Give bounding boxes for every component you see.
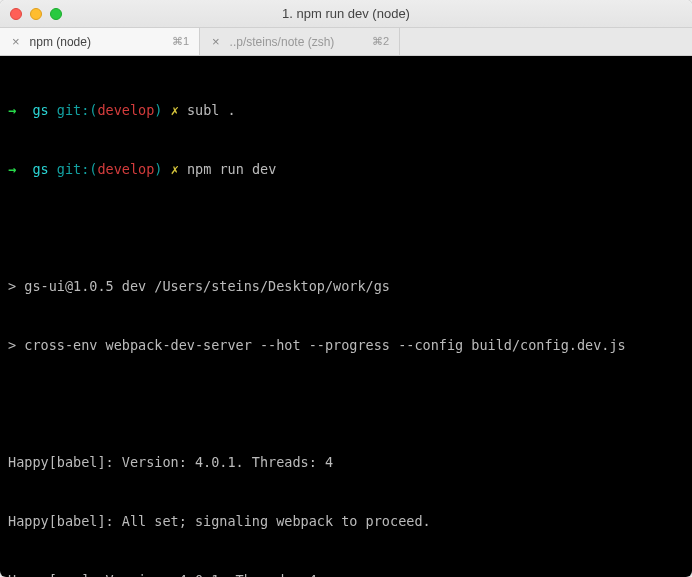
tab-label: ..p/steins/note (zsh) [230, 35, 364, 49]
git-suffix: ) [154, 161, 162, 177]
window-title: 1. npm run dev (node) [0, 6, 692, 21]
command-text: npm run dev [187, 161, 276, 177]
git-prefix: git:( [57, 161, 98, 177]
prompt-line: → gs git:(develop) ✗ npm run dev [8, 160, 684, 180]
terminal-body[interactable]: → gs git:(develop) ✗ subl . → gs git:(de… [0, 56, 692, 577]
minimize-icon[interactable] [30, 8, 42, 20]
prompt-line: → gs git:(develop) ✗ subl . [8, 101, 684, 121]
git-branch: develop [97, 161, 154, 177]
output-line: Happy[vue]: Version: 4.0.1. Threads: 4 [8, 571, 684, 577]
zoom-icon[interactable] [50, 8, 62, 20]
prompt-user: gs [32, 102, 48, 118]
output-line: > gs-ui@1.0.5 dev /Users/steins/Desktop/… [8, 277, 684, 297]
arrow-icon: → [8, 102, 16, 118]
blank-line [8, 219, 684, 239]
git-suffix: ) [154, 102, 162, 118]
traffic-lights [0, 8, 62, 20]
output-line: Happy[babel]: Version: 4.0.1. Threads: 4 [8, 453, 684, 473]
dirty-icon: ✗ [171, 102, 179, 118]
tabbar: × npm (node) ⌘1 × ..p/steins/note (zsh) … [0, 28, 692, 56]
blank-line [8, 395, 684, 415]
tab-shortcut: ⌘2 [372, 35, 389, 48]
close-icon[interactable] [10, 8, 22, 20]
tab-zsh[interactable]: × ..p/steins/note (zsh) ⌘2 [200, 28, 400, 55]
tab-shortcut: ⌘1 [172, 35, 189, 48]
dirty-icon: ✗ [171, 161, 179, 177]
close-icon[interactable]: × [210, 35, 222, 48]
output-line: > cross-env webpack-dev-server --hot --p… [8, 336, 684, 356]
tab-npm[interactable]: × npm (node) ⌘1 [0, 28, 200, 55]
tab-label: npm (node) [30, 35, 164, 49]
terminal-window: 1. npm run dev (node) × npm (node) ⌘1 × … [0, 0, 692, 577]
arrow-icon: → [8, 161, 16, 177]
git-branch: develop [97, 102, 154, 118]
git-prefix: git:( [57, 102, 98, 118]
titlebar: 1. npm run dev (node) [0, 0, 692, 28]
command-text: subl . [187, 102, 236, 118]
prompt-user: gs [32, 161, 48, 177]
close-icon[interactable]: × [10, 35, 22, 48]
output-line: Happy[babel]: All set; signaling webpack… [8, 512, 684, 532]
